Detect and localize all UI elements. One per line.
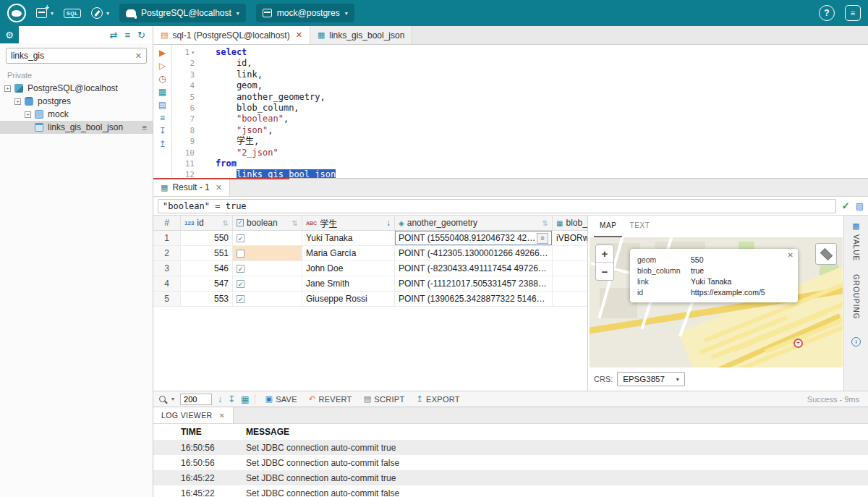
search-metadata-button[interactable]: ▾ <box>91 7 109 19</box>
info-icon[interactable]: i <box>851 337 861 347</box>
save-sql-icon[interactable]: ↥ <box>158 140 166 149</box>
expand-icon[interactable]: + <box>14 98 21 105</box>
cell-blob[interactable] <box>553 246 587 260</box>
cell-geometry[interactable]: POINT (1390625.3428877322 5146430.457427 <box>395 292 553 306</box>
sql-editor-button[interactable]: SQL <box>64 9 81 18</box>
fetch-size-input[interactable] <box>180 394 212 405</box>
column-label: another_geometry <box>407 218 477 228</box>
load-sql-icon[interactable]: ↧ <box>158 127 166 136</box>
close-icon[interactable]: ✕ <box>296 30 302 40</box>
cell-student[interactable]: Yuki Tanaka <box>302 231 395 245</box>
cell-geometry[interactable]: POINT (15550408.912046732 4257980.732≡ <box>395 231 553 245</box>
column-header-id[interactable]: 123id⇅ <box>181 216 233 230</box>
help-button[interactable]: ? <box>819 5 835 21</box>
cell-blob[interactable]: iVBORw0KGg <box>553 231 587 245</box>
cell-blob[interactable] <box>553 276 587 291</box>
map-view[interactable]: + + − ✕ geom550blob_columntruelinkYuki T… <box>590 237 843 368</box>
format-sql-icon[interactable]: ≡ <box>160 114 165 123</box>
crs-select[interactable]: EPSG3857 ▾ <box>617 372 685 386</box>
expand-icon[interactable]: + <box>4 85 11 92</box>
search-input[interactable] <box>11 51 135 61</box>
save-button[interactable]: ▣SAVE <box>261 394 300 404</box>
filter-menu-icon[interactable]: ▨ <box>856 201 864 211</box>
fold-icon[interactable]: ▾ <box>191 47 195 58</box>
sort-icon[interactable]: ⇅ <box>542 219 548 227</box>
column-header-geom[interactable]: ◈another_geometry⇅ <box>395 216 553 230</box>
settings-button[interactable]: ≡ <box>845 5 861 21</box>
revert-button[interactable]: ↶REVERT <box>305 394 356 404</box>
export-button[interactable]: ↥EXPORT <box>412 394 463 404</box>
tree-item-table[interactable]: links_gis_bool_json≡ <box>0 121 153 134</box>
zoom-out-button[interactable]: − <box>596 263 613 280</box>
cell-student[interactable]: Jane Smith <box>302 276 395 291</box>
tab-text[interactable]: TEXT <box>624 220 655 237</box>
cell-boolean[interactable]: ✓ <box>233 261 302 276</box>
cell-boolean[interactable]: ✓ <box>233 231 302 245</box>
explain-plan-icon[interactable]: ▦ <box>158 88 166 97</box>
close-icon[interactable]: ✕ <box>219 412 226 420</box>
tab-log-viewer[interactable]: LOG VIEWER ✕ <box>153 407 234 423</box>
filter-input[interactable] <box>158 199 836 213</box>
execute-query-icon[interactable]: ▶ <box>159 48 166 58</box>
edit-mode-icon[interactable]: ▦ <box>241 394 249 404</box>
popup-close-icon[interactable]: ✕ <box>788 251 793 259</box>
clear-search-icon[interactable]: ✕ <box>135 51 142 61</box>
execute-script-icon[interactable]: ▷ <box>159 61 166 71</box>
script-button[interactable]: ▤SCRIPT <box>360 394 409 404</box>
panel-tab-grouping[interactable]: GROUPING <box>852 274 860 319</box>
navigator-settings-button[interactable]: ⚙ <box>0 26 19 43</box>
sync-icon[interactable]: ⇄ <box>110 30 118 41</box>
database-selector[interactable]: mock@postgres ▾ <box>256 4 354 22</box>
cell-blob[interactable] <box>553 261 587 276</box>
cell-id[interactable]: 551 <box>181 246 233 260</box>
column-header-student[interactable]: ABC学生↓ <box>302 216 395 230</box>
column-header-blob[interactable]: ▦blob_colu <box>553 216 587 230</box>
collapse-all-icon[interactable]: ≡ <box>125 30 131 41</box>
refresh-icon[interactable]: ↻ <box>137 30 145 41</box>
panel-tab-value[interactable]: ▦VALUE <box>852 221 860 261</box>
cell-id[interactable]: 546 <box>181 261 233 276</box>
layers-button[interactable] <box>815 243 837 265</box>
cell-student[interactable]: John Doe <box>302 261 395 276</box>
cell-boolean[interactable]: ✓ <box>233 276 302 291</box>
cell-id[interactable]: 547 <box>181 276 233 291</box>
cell-geometry[interactable]: POINT (-412305.1300001266 4926696.669635… <box>395 246 553 260</box>
sort-icon[interactable]: ⇅ <box>292 219 298 227</box>
cell-student[interactable]: Maria García <box>302 246 395 260</box>
cell-boolean[interactable]: ✓ <box>233 292 302 306</box>
zoom-in-button[interactable]: + <box>596 245 613 263</box>
cell-id[interactable]: 550 <box>181 231 233 245</box>
sort-icon[interactable]: ⇅ <box>223 219 229 227</box>
apply-filter-icon[interactable]: ✓ <box>842 200 850 211</box>
cell-geometry[interactable]: POINT (-8230433.491117454 4972687.535733… <box>395 261 553 276</box>
cell-student[interactable]: Giuseppe Rossi <box>302 292 395 306</box>
tab-table-editor[interactable]: ▦ links_gis_bool_json <box>310 26 412 44</box>
fetch-next-page-icon[interactable]: ↓ <box>218 394 222 404</box>
tab-result-1[interactable]: ▦ Result - 1 ✕ <box>153 179 230 196</box>
item-menu-icon[interactable]: ≡ <box>142 123 147 132</box>
sql-doc-icon[interactable]: ▤ <box>158 101 166 110</box>
column-header-num[interactable]: # <box>153 216 181 230</box>
tab-sql-editor[interactable]: ▤ sql-1 (PostgreSQL@localhost) ✕ <box>153 26 310 44</box>
fetch-all-rows-icon[interactable]: ↧ <box>228 394 235 404</box>
tree-item-connection[interactable]: +PostgreSQL@localhost <box>0 82 153 95</box>
sort-desc-icon[interactable]: ↓ <box>386 218 391 228</box>
code-line: from <box>216 158 868 169</box>
sql-editor[interactable]: ▶ ▷ ◷ ▦ ▤ ≡ ↧ ↥ 1▾23456789101112 select … <box>153 45 868 178</box>
tree-item-database[interactable]: +postgres <box>0 95 153 108</box>
cell-id[interactable]: 553 <box>181 292 233 306</box>
column-header-bool[interactable]: ✓boolean⇅ <box>233 216 302 230</box>
cell-boolean[interactable] <box>233 246 302 260</box>
expand-icon[interactable]: + <box>25 111 31 118</box>
schedule-icon[interactable]: ◷ <box>158 75 166 84</box>
open-value-editor-button[interactable]: ≡ <box>537 233 548 244</box>
new-object-button[interactable]: ▾ <box>36 8 54 18</box>
tab-map[interactable]: MAP <box>594 220 622 237</box>
cell-blob[interactable] <box>553 292 587 306</box>
tree-item-schema[interactable]: +mock <box>0 108 153 121</box>
sql-code[interactable]: select id, link, geom, another_geometry,… <box>197 45 868 178</box>
search-rows-icon[interactable] <box>159 396 166 402</box>
connection-selector[interactable]: PostgreSQL@localhost ▾ <box>119 4 246 22</box>
cell-geometry[interactable]: POINT (-11121017.505331457 2388003.73183… <box>395 276 553 291</box>
close-icon[interactable]: ✕ <box>216 183 222 192</box>
